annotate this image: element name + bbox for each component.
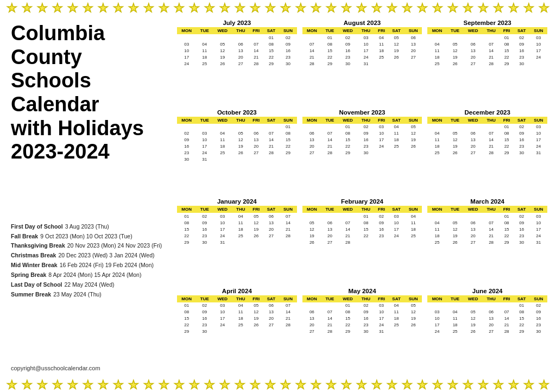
day-header: FRI xyxy=(500,206,513,213)
day-cell xyxy=(302,213,321,219)
day-cell: 09 xyxy=(338,41,357,47)
day-cell: 03 xyxy=(530,124,547,130)
day-cell: 05 xyxy=(249,302,263,309)
day-cell: 13 xyxy=(302,137,321,143)
day-cell: 31 xyxy=(357,60,375,67)
day-cell: 30 xyxy=(514,239,530,245)
day-cell: 18 xyxy=(388,315,405,322)
day-cell: 10 xyxy=(530,41,547,47)
table-row: 17181920212223 xyxy=(427,322,547,328)
day-cell: 05 xyxy=(232,130,250,137)
day-header: WED xyxy=(338,206,357,213)
day-header: SAT xyxy=(263,206,280,213)
day-cell: 11 xyxy=(388,309,405,315)
day-cell: 12 xyxy=(302,226,321,232)
day-cell: 29 xyxy=(500,239,513,245)
day-cell: 23 xyxy=(514,143,530,150)
day-cell: 09 xyxy=(196,309,213,315)
day-header: MON xyxy=(177,117,196,124)
day-cell: 01 xyxy=(338,302,357,309)
day-header: THU xyxy=(232,206,250,213)
day-header: THU xyxy=(357,295,375,302)
day-cell: 21 xyxy=(302,54,321,60)
month-block: April 2024MONTUEWEDTHUFRISATSUN010203040… xyxy=(177,288,297,374)
day-cell: 10 xyxy=(375,309,388,315)
day-header: WED xyxy=(338,295,357,302)
table-row: 2728293031 xyxy=(302,328,422,335)
day-cell xyxy=(447,124,464,130)
day-cell: 16 xyxy=(530,315,547,322)
day-header: SAT xyxy=(514,27,530,34)
day-cell: 25 xyxy=(388,143,405,150)
day-header: FRI xyxy=(375,206,388,213)
day-cell: 19 xyxy=(447,54,464,60)
table-row: 28293031 xyxy=(302,60,422,67)
day-cell: 09 xyxy=(177,137,196,143)
day-cell: 20 xyxy=(463,232,482,239)
day-cell: 28 xyxy=(483,239,500,245)
day-cell: 02 xyxy=(514,213,530,219)
day-cell xyxy=(196,34,213,41)
month-block: October 2023MONTUEWEDTHUFRISATSUN0102030… xyxy=(177,109,297,195)
table-row: 12131415161718 xyxy=(302,226,422,232)
day-cell: 30 xyxy=(279,60,296,67)
day-cell: 29 xyxy=(338,150,357,156)
day-cell: 20 xyxy=(483,322,500,328)
day-cell: 03 xyxy=(196,130,213,137)
day-cell: 02 xyxy=(514,34,530,41)
month-title: September 2023 xyxy=(427,20,547,26)
day-cell: 19 xyxy=(405,137,422,143)
day-cell: 25 xyxy=(405,232,422,239)
day-cell xyxy=(388,328,405,335)
day-cell: 16 xyxy=(514,226,530,232)
table-row: 06070809101112 xyxy=(302,130,422,137)
day-header: THU xyxy=(483,295,500,302)
day-header: FRI xyxy=(375,295,388,302)
day-cell xyxy=(263,124,280,130)
day-cell: 18 xyxy=(196,54,213,60)
day-cell: 02 xyxy=(196,213,213,219)
day-cell: 02 xyxy=(357,302,375,309)
day-cell: 08 xyxy=(514,309,530,315)
day-cell xyxy=(338,213,357,219)
day-cell: 01 xyxy=(177,302,196,309)
day-cell: 02 xyxy=(338,34,357,41)
day-header: THU xyxy=(357,206,375,213)
day-cell: 23 xyxy=(196,232,213,239)
day-cell: 08 xyxy=(177,309,196,315)
day-cell: 13 xyxy=(321,226,338,232)
day-cell: 01 xyxy=(338,124,357,130)
day-cell: 12 xyxy=(213,47,232,54)
table-row: 25262728293031 xyxy=(427,239,547,245)
day-cell: 07 xyxy=(263,130,280,137)
day-cell: 14 xyxy=(500,315,513,322)
month-block: August 2023MONTUEWEDTHUFRISATSUN01020304… xyxy=(302,20,422,106)
day-cell: 28 xyxy=(500,328,513,335)
day-cell: 24 xyxy=(375,143,388,150)
month-title: July 2023 xyxy=(177,20,297,26)
day-cell xyxy=(232,156,250,163)
day-cell: 03 xyxy=(357,34,375,41)
day-cell: 06 xyxy=(232,41,250,47)
info-row: First Day of School3 Aug 2023 (Thu) xyxy=(11,222,171,232)
table-row: 03040506070809 xyxy=(177,41,297,47)
day-cell xyxy=(263,328,280,335)
day-cell: 25 xyxy=(427,60,446,67)
day-header: SAT xyxy=(388,117,405,124)
day-cell: 03 xyxy=(375,302,388,309)
day-cell: 24 xyxy=(357,54,375,60)
month-title: October 2023 xyxy=(177,109,297,116)
day-cell: 27 xyxy=(321,239,338,245)
day-cell: 27 xyxy=(463,150,482,156)
day-cell: 04 xyxy=(388,124,405,130)
day-cell xyxy=(483,34,500,41)
day-cell: 22 xyxy=(338,322,357,328)
day-cell: 09 xyxy=(514,41,530,47)
day-cell: 26 xyxy=(388,54,405,60)
day-cell: 25 xyxy=(213,150,232,156)
day-cell: 30 xyxy=(177,156,196,163)
day-cell xyxy=(263,239,280,245)
calendar-table: MONTUEWEDTHUFRISATSUN0102030405060708091… xyxy=(177,206,297,245)
day-cell: 03 xyxy=(530,213,547,219)
day-cell: 11 xyxy=(427,137,446,143)
